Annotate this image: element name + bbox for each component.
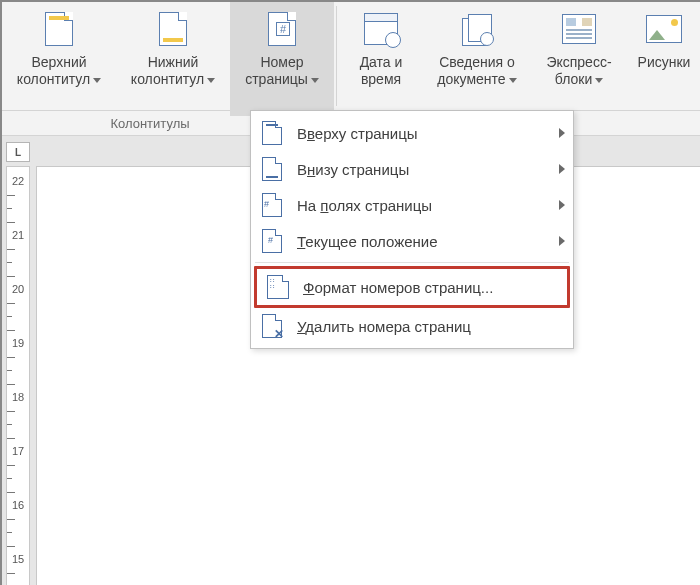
quick-parts-icon	[560, 10, 598, 48]
menu-top-of-page[interactable]: Вверху страницы	[251, 115, 573, 151]
pictures-icon	[645, 10, 683, 48]
menu-bottom-of-page[interactable]: Внизу страницы	[251, 151, 573, 187]
submenu-arrow-icon	[559, 236, 565, 246]
submenu-arrow-icon	[559, 200, 565, 210]
menu-current-position[interactable]: # Текущее положение	[251, 223, 573, 259]
ribbon-toolbar: Верхнийколонтитул Нижнийколонтитул # Ном…	[2, 2, 700, 111]
footer-button[interactable]: Нижнийколонтитул	[116, 2, 230, 116]
footer-icon	[154, 10, 192, 48]
submenu-arrow-icon	[559, 128, 565, 138]
format-numbers-icon: ∷∷	[265, 275, 291, 299]
submenu-arrow-icon	[559, 164, 565, 174]
ruler-number: 15	[7, 553, 29, 565]
remove-numbers-icon: ✕	[259, 314, 285, 338]
menu-remove-page-numbers[interactable]: ✕ Удалить номера страниц	[251, 308, 573, 344]
ruler-corner: L	[6, 142, 30, 162]
document-info-icon	[458, 10, 496, 48]
header-icon	[40, 10, 78, 48]
page-number-button[interactable]: # Номерстраницы	[230, 2, 334, 116]
ruler-number: 22	[7, 175, 29, 187]
page-number-menu: Вверху страницы Внизу страницы # На поля…	[250, 110, 574, 349]
chevron-down-icon	[207, 78, 215, 83]
page-number-icon: #	[263, 10, 301, 48]
document-info-button[interactable]: Сведения одокументе	[423, 2, 531, 116]
ruler-number: 19	[7, 337, 29, 349]
separator	[336, 6, 337, 106]
date-time-button[interactable]: Дата ивремя	[339, 2, 423, 116]
page-current-icon: #	[259, 229, 285, 253]
highlighted-frame: ∷∷ Формат номеров страниц...	[254, 266, 570, 308]
pictures-button[interactable]: Рисунки	[627, 2, 700, 116]
quick-parts-button[interactable]: Экспресс-блоки	[531, 2, 627, 116]
chevron-down-icon	[509, 78, 517, 83]
ruler-number: 20	[7, 283, 29, 295]
page-top-icon	[259, 121, 285, 145]
menu-separator	[255, 262, 569, 263]
ruler-number: 21	[7, 229, 29, 241]
chevron-down-icon	[595, 78, 603, 83]
menu-format-page-numbers[interactable]: ∷∷ Формат номеров страниц...	[257, 269, 567, 305]
calendar-clock-icon	[362, 10, 400, 48]
chevron-down-icon	[311, 78, 319, 83]
page-bottom-icon	[259, 157, 285, 181]
header-button[interactable]: Верхнийколонтитул	[2, 2, 116, 116]
chevron-down-icon	[93, 78, 101, 83]
ruler-number: 17	[7, 445, 29, 457]
page-margins-icon: #	[259, 193, 285, 217]
ruler-number: 16	[7, 499, 29, 511]
menu-page-margins[interactable]: # На полях страницы	[251, 187, 573, 223]
ruler-number: 18	[7, 391, 29, 403]
vertical-ruler[interactable]: 2221201918171615	[6, 166, 30, 585]
